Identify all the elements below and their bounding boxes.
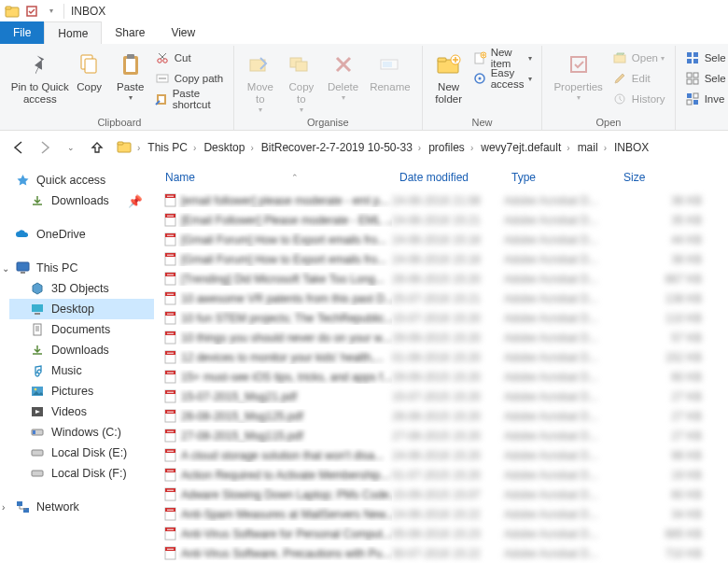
column-name[interactable]: Name⌃ (154, 171, 392, 184)
sidebar-item[interactable]: 3D Objects (9, 278, 154, 299)
sidebar-item[interactable]: Desktop (9, 299, 154, 319)
sidebar-item[interactable]: Pictures (9, 381, 154, 401)
history-button[interactable]: History (609, 89, 669, 109)
new-folder-button[interactable]: New folder (428, 46, 469, 106)
folder-type-icon (30, 281, 45, 296)
breadcrumb-segment[interactable]: wevy7ejt.default (475, 141, 565, 154)
tab-share[interactable]: Share (102, 21, 158, 44)
copy-path-icon (155, 71, 170, 86)
qat-properties-icon[interactable] (23, 3, 39, 19)
file-row[interactable]: [Trending] Did Microsoft Take Too Long..… (154, 269, 728, 289)
file-row[interactable]: Action Required to Activate Membership..… (154, 465, 728, 485)
file-row[interactable]: Anti-Virus Software, Precautions with Pu… (154, 543, 728, 563)
chevron-right-icon[interactable]: › (416, 143, 423, 153)
recent-locations-button[interactable]: ⌄ (60, 136, 82, 159)
sidebar-item[interactable]: Videos (9, 401, 154, 422)
chevron-right-icon[interactable]: › (602, 143, 609, 153)
qat-dropdown-icon[interactable]: ▾ (43, 3, 59, 19)
chevron-right-icon[interactable]: › (191, 143, 198, 153)
file-row[interactable]: 26-08-2015_Msg125.pdf26-08-2015 15:20Ado… (154, 406, 728, 426)
file-row[interactable]: 15-07-2015_Msg21.pdf15-07-2015 15:20Adob… (154, 387, 728, 406)
paste-shortcut-icon (155, 91, 168, 106)
folder-type-icon (30, 343, 45, 358)
sidebar-network[interactable]: › Network (9, 497, 154, 517)
new-item-button[interactable]: New item▾ (469, 48, 537, 68)
back-button[interactable] (7, 136, 30, 159)
tab-file[interactable]: File (0, 21, 44, 44)
column-size[interactable]: Size (616, 171, 728, 184)
copy-path-button[interactable]: Copy path (151, 68, 228, 89)
new-folder-icon (434, 49, 464, 79)
sidebar-item[interactable]: Documents (9, 319, 154, 340)
delete-button[interactable]: Delete▾ (322, 46, 364, 102)
file-row[interactable]: Anti-Virus Software for Personal Comput.… (154, 524, 728, 543)
invert-selection-button[interactable]: Inve (681, 89, 728, 109)
properties-button[interactable]: Properties▾ (548, 46, 608, 102)
breadcrumb-segment[interactable]: This PC (142, 141, 191, 154)
select-all-button[interactable]: Sele (681, 48, 728, 68)
sidebar-item[interactable]: Downloads (9, 340, 154, 360)
breadcrumb-segment[interactable]: BitRecover-2-7-2019 10-50-33 (256, 141, 416, 154)
column-date[interactable]: Date modified (392, 171, 504, 184)
file-row[interactable]: [Email Follower] Please moderate - EML .… (154, 210, 728, 230)
up-button[interactable] (86, 136, 108, 159)
file-row[interactable]: Adware Slowing Down Laptop; PMs Code...1… (154, 485, 728, 504)
chevron-down-icon[interactable]: ⌄ (2, 263, 9, 274)
file-row[interactable]: Anti-Spam Measures at MailServers New...… (154, 504, 728, 524)
edit-button[interactable]: Edit (609, 68, 669, 89)
file-row[interactable]: [Gmail Forum] How to Export emails fro..… (154, 249, 728, 269)
open-button[interactable]: Open▾ (609, 48, 669, 68)
file-row[interactable]: 10 awesome VR patents from this past D..… (154, 289, 728, 308)
sidebar-this-pc[interactable]: ⌄ This PC (9, 258, 154, 278)
svg-rect-52 (32, 450, 43, 456)
file-row[interactable]: 27-08-2015_Msg115.pdf27-08-2015 15:20Ado… (154, 426, 728, 445)
sidebar-quick-access[interactable]: Quick access (9, 170, 154, 190)
copy-to-button[interactable]: Copy to▾ (281, 46, 322, 114)
sidebar-onedrive[interactable]: OneDrive (9, 224, 154, 245)
folder-type-icon (30, 445, 45, 460)
select-none-button[interactable]: Sele (681, 68, 728, 89)
file-row[interactable]: 15+ must-see iOS tips, tricks, and apps … (154, 367, 728, 387)
chevron-right-icon[interactable]: › (2, 502, 5, 513)
breadcrumb-segment[interactable]: mail (572, 141, 602, 154)
sidebar-item[interactable]: Local Disk (E:) (9, 443, 154, 463)
sidebar-item[interactable]: Local Disk (F:) (9, 463, 154, 484)
tab-view[interactable]: View (158, 21, 208, 44)
chevron-right-icon[interactable]: › (565, 143, 571, 153)
paste-button[interactable]: Paste ▾ (110, 46, 151, 102)
file-row[interactable]: [Gmail Forum] How to Export emails fro..… (154, 230, 728, 249)
column-headers[interactable]: Name⌃ Date modified Type Size (154, 164, 728, 190)
svg-rect-7 (127, 54, 134, 59)
svg-rect-15 (296, 62, 307, 71)
copy-button[interactable]: Copy (69, 46, 110, 93)
file-row[interactable]: 10 fun STEM projects; The TechRepublic..… (154, 308, 728, 328)
chevron-right-icon[interactable]: › (135, 143, 142, 153)
file-row[interactable]: A cloud storage solution that won't disa… (154, 445, 728, 465)
breadcrumb-segment[interactable]: profiles (423, 141, 469, 154)
svg-rect-19 (438, 58, 446, 62)
file-row[interactable]: 10 things you should never do on your w.… (154, 328, 728, 347)
rename-button[interactable]: Rename (364, 46, 415, 93)
easy-access-button[interactable]: Easy access▾ (469, 68, 537, 89)
move-to-button[interactable]: Move to▾ (240, 46, 281, 114)
svg-rect-44 (32, 304, 43, 312)
paste-shortcut-button[interactable]: Paste shortcut (151, 89, 228, 109)
column-type[interactable]: Type (504, 171, 616, 184)
pin-to-quick-access-button[interactable]: Pin to Quick access (11, 46, 69, 106)
forward-button[interactable] (34, 136, 56, 159)
svg-rect-4 (85, 59, 96, 73)
chevron-right-icon[interactable]: › (469, 143, 475, 153)
breadcrumb-segment[interactable]: Desktop (198, 141, 248, 154)
sidebar-quick-downloads[interactable]: Downloads 📌 (9, 190, 154, 211)
chevron-right-icon[interactable]: › (248, 143, 255, 153)
file-row[interactable]: 12 devices to monitor your kids' health,… (154, 347, 728, 367)
sidebar-item[interactable]: Windows (C:) (9, 422, 154, 443)
svg-rect-25 (571, 57, 586, 72)
history-icon (612, 91, 627, 106)
file-row[interactable]: [email follower] please moderate - eml p… (154, 190, 728, 210)
breadcrumb-segment[interactable]: INBOX (609, 141, 652, 154)
address-bar[interactable]: › This PC›Desktop›BitRecover-2-7-2019 10… (112, 136, 721, 159)
sidebar-item[interactable]: Music (9, 360, 154, 381)
cut-button[interactable]: Cut (151, 48, 228, 68)
tab-home[interactable]: Home (44, 21, 102, 44)
